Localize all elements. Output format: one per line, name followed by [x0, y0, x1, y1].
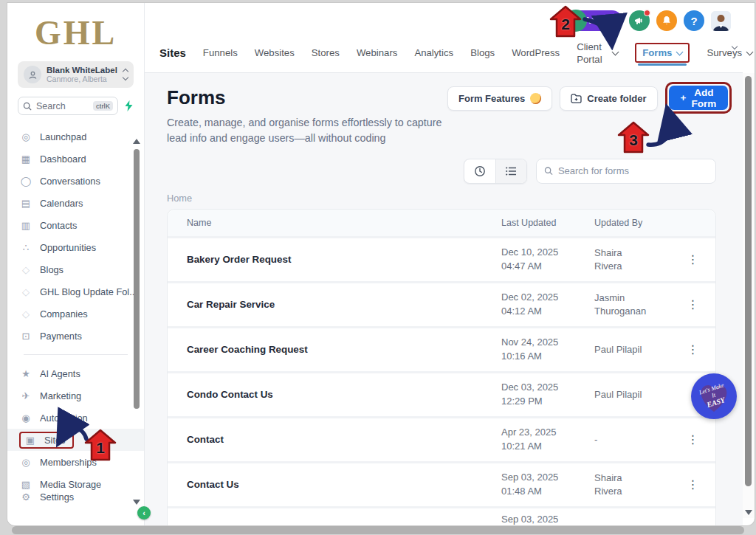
- chevron-down-icon: [676, 48, 684, 55]
- plus-icon: +: [681, 92, 687, 103]
- hidden-green-circle-icon: [565, 10, 587, 32]
- sidebar-item-ai-agents[interactable]: ★AI Agents: [7, 362, 144, 384]
- sidebar-item-dashboard[interactable]: ▦Dashboard: [7, 148, 144, 170]
- sidebar-item-conversations[interactable]: ◯Conversations: [7, 170, 144, 192]
- notifications-button[interactable]: [656, 10, 677, 31]
- sidebar-search-input[interactable]: Search ctrlK: [18, 97, 118, 115]
- form-features-label: Form Features: [458, 93, 525, 104]
- table-row[interactable]: Bakery Order Request Dec 10, 202504:47 A…: [168, 236, 715, 281]
- form-name: Car Repair Service: [187, 299, 501, 310]
- row-menu-icon[interactable]: ⋮: [677, 432, 709, 446]
- row-menu-icon[interactable]: ⋮: [677, 477, 709, 491]
- updated-by-cell: Jasmin Thuroganan: [594, 291, 652, 318]
- horizontal-scrollbar[interactable]: [12, 526, 744, 534]
- create-folder-button[interactable]: Create folder: [560, 86, 657, 111]
- table-row[interactable]: Career Coaching Request Nov 24, 202510:1…: [168, 326, 715, 371]
- row-menu-icon[interactable]: ⋮: [677, 252, 709, 266]
- tab-blogs[interactable]: Blogs: [470, 47, 495, 58]
- sidebar-item-sites[interactable]: ▣Sites: [7, 429, 144, 451]
- form-features-button[interactable]: Form Features: [447, 86, 552, 111]
- tab-surveys[interactable]: Surveys: [707, 47, 752, 58]
- recent-view-button[interactable]: [464, 159, 495, 183]
- forms-search-input[interactable]: [558, 165, 708, 176]
- contacts-icon: ▥: [19, 220, 32, 231]
- table-row[interactable]: Contact Us Sep 03, 202501:48 AM Shaira R…: [168, 461, 715, 506]
- filter-row: [167, 159, 716, 184]
- header-actions: Form Features Create folder + Add Form: [447, 86, 732, 114]
- table-row[interactable]: Contact Apr 23, 202510:21 AM - ⋮: [168, 416, 715, 461]
- last-updated-cell: Sep 03, 202501:48 AM: [501, 471, 594, 499]
- tab-forms[interactable]: Forms: [635, 43, 690, 63]
- table-row[interactable]: Sep 03, 2025: [168, 506, 715, 525]
- sidebar-item-opportunities[interactable]: ∴Opportunities: [7, 236, 144, 258]
- lets-make-it-easy-badge[interactable]: Let's Make It EASY: [691, 373, 737, 419]
- blog-folder-icon: ◇: [19, 286, 32, 297]
- sidebar-item-automation[interactable]: ◉Automation: [7, 407, 144, 429]
- sidebar-item-blogs[interactable]: ◇Blogs: [7, 258, 144, 280]
- view-toggle: [464, 159, 527, 184]
- tab-websites[interactable]: Websites: [255, 47, 295, 58]
- account-name: Blank WhiteLabel: [47, 66, 117, 75]
- breadcrumb[interactable]: Home: [167, 193, 716, 205]
- column-last-updated[interactable]: Last Updated: [501, 218, 594, 228]
- sidebar-item-contacts[interactable]: ▥Contacts: [7, 214, 144, 236]
- help-button[interactable]: ?: [684, 10, 704, 31]
- scroll-up-icon[interactable]: [133, 139, 140, 144]
- party-emoji-icon: [530, 93, 541, 104]
- sidebar-item-launchpad[interactable]: ◎Launchpad: [7, 125, 144, 148]
- sidebar-item-marketing[interactable]: ✈Marketing: [7, 384, 144, 407]
- main-area: Ask AI ? SitesFunnelsWebsitesStoresWebin…: [145, 3, 743, 525]
- sidebar-scrollbar-thumb[interactable]: [134, 149, 140, 409]
- form-name: Condo Contact Us: [187, 389, 501, 400]
- table-row[interactable]: Condo Contact Us Dec 03, 202512:29 PM Pa…: [168, 371, 715, 416]
- notification-dot: [644, 10, 650, 16]
- sidebar-item-calendars[interactable]: ▤Calendars: [7, 192, 144, 214]
- create-folder-label: Create folder: [587, 93, 646, 104]
- list-view-button[interactable]: [495, 159, 526, 183]
- shortcut-badge: ctrlK: [93, 101, 113, 111]
- ai-agents-icon: ★: [19, 368, 32, 379]
- account-switch-chevrons-icon: [123, 69, 128, 80]
- tab-wordpress[interactable]: WordPress: [512, 47, 560, 58]
- main-scrollbar-thumb[interactable]: [745, 76, 752, 486]
- table-row[interactable]: Car Repair Service Dec 02, 202504:12 AM …: [168, 281, 715, 326]
- tab-stores[interactable]: Stores: [312, 47, 340, 58]
- ask-ai-label: Ask AI: [585, 15, 613, 26]
- sidebar-item-settings[interactable]: ⚙Settings: [7, 486, 144, 508]
- add-form-annotation-box: + Add Form: [665, 82, 732, 114]
- scroll-down-icon[interactable]: [133, 500, 140, 505]
- sites-icon: ▣: [24, 435, 37, 446]
- column-updated-by[interactable]: Updated By: [594, 218, 677, 228]
- column-name[interactable]: Name: [187, 218, 501, 228]
- last-updated-cell: Dec 02, 202504:12 AM: [501, 291, 594, 319]
- sidebar-item-payments[interactable]: ⊡Payments: [7, 325, 144, 347]
- dashboard-icon: ▦: [19, 153, 32, 165]
- account-switcher[interactable]: Blank WhiteLabel Canmore, Alberta: [18, 61, 134, 88]
- last-updated-cell: Dec 10, 202504:47 AM: [501, 246, 594, 274]
- quick-actions-bolt-icon[interactable]: [124, 100, 134, 111]
- sidebar-scrollbar[interactable]: [132, 139, 141, 505]
- blogs-icon: ◇: [19, 264, 32, 275]
- sidebar-item-ghl-blog-update-fol[interactable]: ◇GHL Blog Update Fol...: [7, 280, 144, 303]
- page-title: Forms: [167, 86, 447, 109]
- profile-avatar[interactable]: [711, 11, 731, 31]
- tab-analytics[interactable]: Analytics: [414, 47, 453, 58]
- list-icon: [506, 167, 517, 176]
- sidebar-item-companies[interactable]: ◇Companies: [7, 303, 144, 325]
- sidebar-collapse-button[interactable]: ‹: [137, 506, 151, 520]
- sidebar-item-memberships[interactable]: ◎Memberships: [7, 451, 144, 473]
- scroll-down-icon[interactable]: [745, 510, 752, 515]
- row-menu-icon[interactable]: ⋮: [677, 342, 709, 356]
- sidebar-divider: [24, 354, 128, 355]
- table-header: Name Last Updated Updated By: [168, 210, 715, 236]
- tab-webinars[interactable]: Webinars: [357, 47, 397, 58]
- tab-sites[interactable]: Sites: [159, 46, 186, 59]
- tab-funnels[interactable]: Funnels: [203, 47, 238, 58]
- row-menu-icon[interactable]: ⋮: [677, 297, 709, 311]
- tab-client-portal[interactable]: Client Portal: [577, 41, 618, 66]
- announcements-button[interactable]: [629, 10, 650, 31]
- form-name: Bakery Order Request: [187, 254, 501, 265]
- main-scrollbar[interactable]: [743, 73, 755, 518]
- add-form-button[interactable]: + Add Form: [669, 86, 729, 110]
- add-form-label: Add Form: [691, 87, 716, 109]
